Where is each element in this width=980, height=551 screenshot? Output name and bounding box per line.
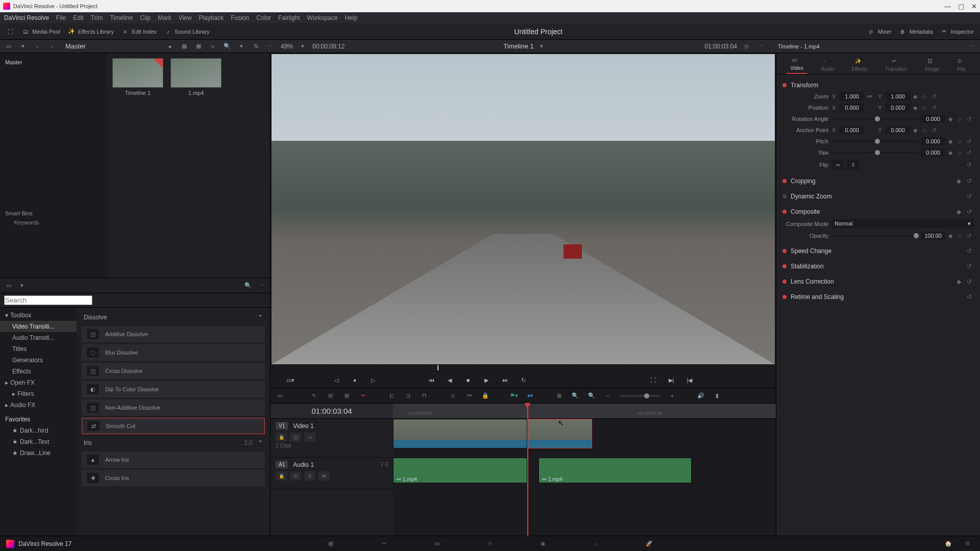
- track-badge[interactable]: V1: [276, 422, 288, 430]
- opacity-slider[interactable]: [831, 235, 918, 237]
- keyframe-icon[interactable]: ◇: [922, 93, 928, 100]
- inspector-tab-audio[interactable]: ♪Audio: [817, 56, 838, 74]
- tree-video-transitions[interactable]: Video Transiti...: [0, 321, 77, 332]
- list-view-icon[interactable]: ≡: [208, 42, 217, 51]
- zoom-detail-icon[interactable]: 🔍: [571, 391, 580, 400]
- effect-item[interactable]: ◐Dip To Color Dissolve: [82, 381, 265, 397]
- group-dissolve[interactable]: Dissolve⌃: [82, 311, 265, 324]
- track-badge[interactable]: A1: [276, 461, 288, 468]
- page-deliver-icon[interactable]: 🚀: [643, 539, 655, 549]
- chevron-down-icon[interactable]: ▾: [537, 42, 546, 51]
- auto-select-icon[interactable]: ◫: [290, 433, 301, 442]
- blade-tool-icon[interactable]: ✂: [358, 391, 368, 400]
- keyframe-icon[interactable]: ◆: [948, 233, 954, 239]
- metadata-view-icon[interactable]: ▦: [180, 42, 189, 51]
- page-media-icon[interactable]: ▦: [325, 539, 337, 549]
- snap-icon[interactable]: ⊂: [448, 391, 457, 400]
- play-icon[interactable]: ▶: [482, 375, 491, 385]
- section-transform[interactable]: Transform: [782, 80, 974, 91]
- viewer-mode-icon[interactable]: ▭▾: [286, 375, 295, 385]
- zoom-slider[interactable]: [620, 395, 660, 397]
- menu-edit[interactable]: Edit: [73, 14, 84, 21]
- media-pool-toggle[interactable]: 🗂Media Pool: [21, 28, 60, 36]
- dynamic-trim-icon[interactable]: ⊞: [342, 391, 351, 400]
- menu-fusion[interactable]: Fusion: [231, 14, 249, 21]
- nav-forward-icon[interactable]: ›: [47, 42, 56, 51]
- favorite-item[interactable]: ★Draw...Line: [0, 447, 77, 459]
- tree-toolbox[interactable]: ▾Toolbox: [0, 310, 77, 321]
- target-icon[interactable]: ◎: [742, 42, 751, 51]
- section-lens-correction[interactable]: Lens Correction◆↺: [782, 276, 974, 287]
- smart-bin-keywords[interactable]: Keywords: [5, 219, 102, 226]
- reset-icon[interactable]: ↺: [967, 162, 974, 168]
- keyframe-icon[interactable]: ◇: [958, 233, 964, 239]
- menu-clip[interactable]: Clip: [140, 14, 151, 21]
- composite-mode-select[interactable]: Normal▾: [831, 219, 974, 229]
- menu-timeline[interactable]: Timeline: [110, 14, 133, 21]
- menu-workspace[interactable]: Workspace: [307, 14, 338, 21]
- keyframe-icon[interactable]: ◆: [913, 127, 919, 134]
- page-color-icon[interactable]: ◉: [537, 539, 549, 549]
- reset-icon[interactable]: ↺: [932, 127, 939, 134]
- menu-view[interactable]: View: [179, 14, 192, 21]
- tree-generators[interactable]: Generators: [0, 355, 77, 366]
- section-composite[interactable]: Composite◆↺: [782, 206, 974, 217]
- track-header-audio[interactable]: A1 Audio 1 2.0 🔒 ◫ S M: [271, 458, 393, 489]
- next-clip-icon[interactable]: ▶|: [667, 375, 676, 385]
- section-retime[interactable]: Retime and Scaling↺: [782, 291, 974, 303]
- zoom-out-icon[interactable]: −: [603, 391, 612, 400]
- next-edit-icon[interactable]: ▷: [369, 375, 378, 385]
- chevron-down-icon[interactable]: ▾: [17, 281, 27, 290]
- nav-back-icon[interactable]: ‹: [33, 42, 42, 51]
- pitch-slider[interactable]: [831, 140, 918, 142]
- loop-icon[interactable]: ↻: [519, 375, 528, 385]
- menu-file[interactable]: File: [56, 14, 66, 21]
- keyframe-icon[interactable]: ◆: [948, 138, 954, 145]
- reset-icon[interactable]: ↺: [967, 116, 974, 122]
- timeline-clips-area[interactable]: ⚯1.mp4 ⚯1.mp4 ⚯1.mp4 ⚯1.mp4: [393, 419, 776, 536]
- bin-master[interactable]: Master: [5, 57, 102, 67]
- tree-filters[interactable]: ▸Filters: [0, 388, 77, 399]
- overwrite-clip-icon[interactable]: ⊐: [403, 391, 412, 400]
- search-icon[interactable]: 🔍: [243, 281, 253, 290]
- effect-item[interactable]: ◫Additive Dissolve: [82, 326, 265, 342]
- options-icon[interactable]: ⋯: [967, 42, 976, 51]
- tree-openfx[interactable]: ▸Open FX: [0, 377, 77, 388]
- inspector-toggle[interactable]: ✂Inspector: [940, 28, 974, 36]
- rotation-slider[interactable]: [831, 118, 918, 120]
- group-iris[interactable]: Iris2.0⌃: [82, 436, 265, 449]
- keyframe-icon[interactable]: ◆: [913, 93, 919, 100]
- sort-icon[interactable]: ⇅: [251, 42, 260, 51]
- flip-v-button[interactable]: ⇕: [847, 160, 859, 170]
- page-edit-icon[interactable]: ▭: [431, 539, 443, 549]
- insert-clip-icon[interactable]: ⊏: [387, 391, 396, 400]
- keyframe-icon[interactable]: ◇: [958, 149, 964, 156]
- search-icon[interactable]: 🔍: [223, 42, 232, 51]
- menu-fairlight[interactable]: Fairlight: [278, 14, 300, 21]
- effect-item[interactable]: ✚Cross Iris: [82, 470, 265, 486]
- auto-select-icon[interactable]: ◫: [290, 471, 301, 481]
- prev-edit-icon[interactable]: ◁: [332, 375, 341, 385]
- marker-nav-icon[interactable]: ●: [350, 375, 359, 385]
- section-stabilization[interactable]: Stabilization↺: [782, 261, 974, 272]
- maximize-button[interactable]: ▢: [958, 3, 964, 10]
- track-header-video[interactable]: V1 Video 1 🔒 ◫ ▭ 2 Clips: [271, 419, 393, 458]
- menu-playback[interactable]: Playback: [199, 14, 224, 21]
- pos-y-value[interactable]: 0.000: [886, 104, 910, 112]
- selection-tool-icon[interactable]: ↖: [309, 391, 318, 400]
- home-icon[interactable]: 🏠: [942, 539, 954, 549]
- inspector-tab-file[interactable]: 🗎File: [953, 56, 970, 74]
- solo-icon[interactable]: S: [304, 471, 315, 481]
- zoom-fit-icon[interactable]: ⊞: [554, 391, 564, 400]
- lock-track-icon[interactable]: 🔒: [276, 471, 287, 481]
- bin-path[interactable]: Master: [65, 42, 86, 50]
- tree-titles[interactable]: Titles: [0, 343, 77, 355]
- menu-color[interactable]: Color: [256, 14, 271, 21]
- yaw-slider[interactable]: [831, 152, 918, 154]
- tree-effects[interactable]: Effects: [0, 366, 77, 377]
- reset-icon[interactable]: ↺: [967, 233, 974, 239]
- inspector-tab-transition[interactable]: ⇄Transition: [881, 56, 912, 74]
- zoom-x-value[interactable]: 1.000: [840, 92, 864, 101]
- effect-item[interactable]: ◫Non-Additive Dissolve: [82, 399, 265, 416]
- reset-icon[interactable]: ↺: [967, 149, 974, 156]
